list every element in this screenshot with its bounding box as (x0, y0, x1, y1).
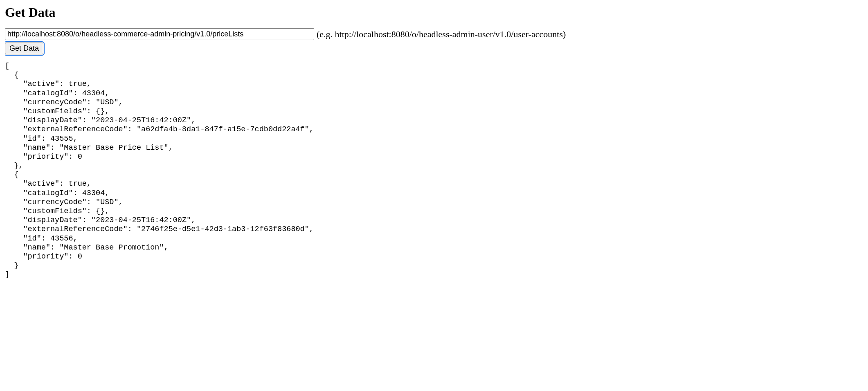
page-title: Get Data (5, 5, 863, 20)
url-form-row: (e.g. http://localhost:8080/o/headless-a… (5, 28, 863, 40)
url-hint-text: (e.g. http://localhost:8080/o/headless-a… (317, 29, 566, 39)
get-data-button[interactable]: Get Data (5, 43, 43, 54)
response-output: [ { "active": true, "catalogId": 43304, … (5, 62, 863, 280)
button-row: Get Data (5, 42, 863, 54)
url-input[interactable] (5, 28, 314, 40)
